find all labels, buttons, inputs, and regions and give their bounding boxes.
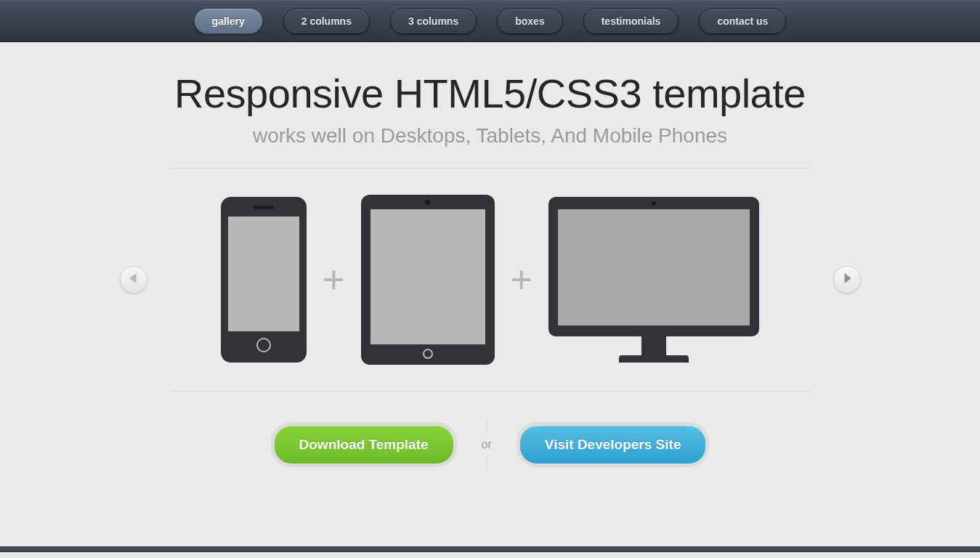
carousel-prev-button[interactable] xyxy=(120,266,147,294)
plus-separator: + xyxy=(323,258,344,302)
nav-gallery[interactable]: gallery xyxy=(194,8,263,34)
nav-testimonials[interactable]: testimonials xyxy=(583,8,679,34)
carousel-next-button[interactable] xyxy=(833,266,861,294)
main-content: Responsive HTML5/CSS3 template works wel… xyxy=(0,42,980,552)
monitor-icon xyxy=(548,197,759,363)
visit-developers-button[interactable]: Visit Developers Site xyxy=(517,422,710,467)
nav-2-columns[interactable]: 2 columns xyxy=(283,8,370,34)
gallery-stage: + + xyxy=(171,168,810,392)
or-separator: or xyxy=(479,438,495,451)
phone-icon xyxy=(221,197,307,363)
plus-separator: + xyxy=(511,258,532,302)
nav-contact-us[interactable]: contact us xyxy=(699,8,786,34)
nav-3-columns[interactable]: 3 columns xyxy=(390,8,477,34)
svg-marker-0 xyxy=(129,273,136,283)
hero-subtitle: works well on Desktops, Tablets, And Mob… xyxy=(0,124,980,147)
arrow-right-icon xyxy=(843,273,851,286)
nav-boxes[interactable]: boxes xyxy=(497,8,562,34)
footer-bar xyxy=(0,546,980,552)
download-template-button[interactable]: Download Template xyxy=(271,422,457,467)
tablet-icon xyxy=(361,195,495,365)
hero-title: Responsive HTML5/CSS3 template xyxy=(0,70,980,117)
cta-row: Download Template or Visit Developers Si… xyxy=(0,422,980,467)
top-nav: gallery 2 columns 3 columns boxes testim… xyxy=(0,0,980,42)
svg-marker-1 xyxy=(844,273,851,283)
arrow-left-icon xyxy=(129,273,138,286)
device-row: + + xyxy=(171,195,810,365)
